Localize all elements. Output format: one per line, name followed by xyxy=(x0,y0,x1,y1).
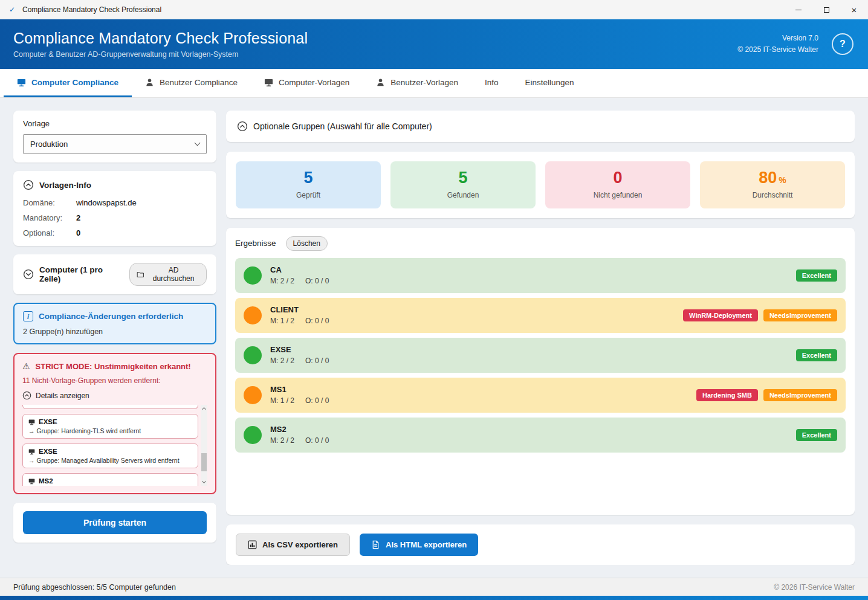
changes-text: 2 Gruppe(n) hinzufügen xyxy=(23,327,207,336)
info-row-label: Domäne: xyxy=(23,198,76,207)
stat-durchschnitt: 80% Durchschnitt xyxy=(700,161,845,208)
tab-einstellungen[interactable]: Einstellungen xyxy=(512,69,588,97)
strict-mode-title: STRICT MODE: Unstimmigkeiten erkannt! xyxy=(36,362,191,371)
export-csv-button[interactable]: Als CSV exportieren xyxy=(236,534,350,556)
tab-benutzer-compliance[interactable]: Benutzer Compliance xyxy=(132,69,251,97)
result-row-ms1: MS1 M: 1 / 2O: 0 / 0 Hardening SMB Needs… xyxy=(235,378,846,413)
strict-item-computer: EXSE xyxy=(39,418,57,425)
stat-label: Nicht gefunden xyxy=(551,191,684,199)
partially-scrolled-item xyxy=(22,405,198,409)
strict-item-computer: EXSE xyxy=(39,448,57,455)
tab-computer-compliance[interactable]: Computer Compliance xyxy=(4,69,132,97)
result-rows: CA M: 2 / 2O: 0 / 0 Excellent CLIENT M: … xyxy=(235,258,846,453)
result-row-client: CLIENT M: 1 / 2O: 0 / 0 WinRM-Deployment… xyxy=(235,298,846,333)
start-check-button[interactable]: Prüfung starten xyxy=(23,511,207,534)
status-badge: Excellent xyxy=(796,349,837,361)
app-icon: ✓ xyxy=(7,5,17,15)
optional-groups-toggle[interactable]: Optionale Gruppen (Auswahl für alle Comp… xyxy=(237,121,844,132)
result-mandatory: M: 2 / 2 xyxy=(270,356,294,365)
status-badge: Excellent xyxy=(796,269,837,282)
content-area: Vorlage Produktion Vorlagen-Info Domäne:… xyxy=(0,98,868,578)
statusbar: Prüfung abgeschlossen: 5/5 Computer gefu… xyxy=(0,578,868,596)
clear-results-button[interactable]: Löschen xyxy=(286,236,328,251)
version-block: Version 7.0 © 2025 IT-Service Walter xyxy=(737,33,818,55)
vorlagen-info-toggle[interactable]: Vorlagen-Info xyxy=(23,179,207,190)
optional-groups-title: Optionale Gruppen (Auswahl für alle Comp… xyxy=(253,121,432,131)
warning-icon: ⚠ xyxy=(22,361,30,371)
maximize-button[interactable] xyxy=(812,0,840,19)
tab-info[interactable]: Info xyxy=(471,69,512,97)
ad-browse-button[interactable]: AD durchsuchen xyxy=(129,263,207,286)
export-html-button[interactable]: Als HTML exportieren xyxy=(360,534,478,556)
info-row-value: windowspapst.de xyxy=(76,198,207,207)
scrollbar-track[interactable] xyxy=(201,412,207,479)
computer-icon xyxy=(264,78,273,87)
result-name: EXSE xyxy=(270,345,329,354)
result-optional: O: 0 / 0 xyxy=(305,356,329,365)
scrollbar[interactable] xyxy=(201,405,207,486)
status-dot-orange xyxy=(244,386,262,404)
result-optional: O: 0 / 0 xyxy=(305,317,329,325)
stat-suffix: % xyxy=(779,175,786,185)
user-icon xyxy=(376,78,385,87)
stat-geprueft: 5 Geprüft xyxy=(236,161,381,208)
result-row-ms2: MS2 M: 2 / 2O: 0 / 0 Excellent xyxy=(235,418,846,453)
optional-groups-card: Optionale Gruppen (Auswahl für alle Comp… xyxy=(226,111,855,142)
vorlage-select[interactable]: Produktion xyxy=(23,134,207,154)
minimize-button[interactable] xyxy=(785,0,812,19)
status-badge: NeedsImprovement xyxy=(763,309,837,321)
app-subtitle: Computer & Benutzer AD-Gruppenverwaltung… xyxy=(13,50,308,59)
scroll-up-arrow[interactable] xyxy=(201,405,207,412)
details-toggle[interactable]: Details anzeigen xyxy=(22,391,207,400)
computer-icon xyxy=(17,78,26,87)
result-optional: O: 0 / 0 xyxy=(305,396,329,405)
details-toggle-label: Details anzeigen xyxy=(36,392,89,400)
close-button[interactable]: × xyxy=(840,0,868,19)
stats-card: 5 Geprüft 5 Gefunden 0 Nicht gefunden 80… xyxy=(226,152,855,218)
info-row-label: Optional: xyxy=(23,228,76,237)
tab-benutzer-vorlagen[interactable]: Benutzer-Vorlagen xyxy=(363,69,471,97)
vorlagen-info-grid: Domäne: windowspapst.de Mandatory: 2 Opt… xyxy=(23,198,207,237)
results-card: Ergebnisse Löschen CA M: 2 / 2O: 0 / 0 E… xyxy=(226,228,855,515)
tab-computer-vorlagen[interactable]: Computer-Vorlagen xyxy=(251,69,363,97)
ad-browse-label: AD durchsuchen xyxy=(147,266,199,283)
result-mandatory: M: 2 / 2 xyxy=(270,436,294,445)
header-copyright: © 2025 IT-Service Walter xyxy=(737,44,818,56)
header-meta-area: Version 7.0 © 2025 IT-Service Walter ? xyxy=(737,33,853,55)
maximize-icon xyxy=(824,7,829,13)
status-badge: WinRM-Deployment xyxy=(683,309,758,321)
tabbar: Computer Compliance Benutzer Compliance … xyxy=(0,69,868,98)
strict-list[interactable]: EXSE → Gruppe: Hardening-TLS wird entfer… xyxy=(22,405,198,486)
stat-gefunden: 5 Gefunden xyxy=(390,161,536,208)
result-name: CLIENT xyxy=(270,305,329,314)
tab-label: Benutzer-Vorlagen xyxy=(390,78,458,87)
result-row-ca: CA M: 2 / 2O: 0 / 0 Excellent xyxy=(235,258,846,293)
scroll-down-arrow[interactable] xyxy=(201,479,207,486)
export-csv-label: Als CSV exportieren xyxy=(262,540,338,549)
computer-icon xyxy=(28,419,35,425)
info-row-label: Mandatory: xyxy=(23,213,76,222)
result-optional: O: 0 / 0 xyxy=(305,277,329,285)
sidebar: Vorlage Produktion Vorlagen-Info Domäne:… xyxy=(13,111,216,565)
stat-value: 5 xyxy=(397,169,530,187)
chevron-down-icon[interactable] xyxy=(23,269,34,280)
status-dot-green xyxy=(244,346,262,364)
start-button-card: Prüfung starten xyxy=(13,503,216,543)
strict-list-item: EXSE → Gruppe: Managed Availability Serv… xyxy=(22,444,198,468)
app-window: ✓ Compliance Mandatory Check Professiona… xyxy=(0,0,868,600)
vorlage-selected-value: Produktion xyxy=(30,140,68,149)
help-button[interactable]: ? xyxy=(832,33,853,55)
info-row-value: 0 xyxy=(76,228,207,237)
strict-list-wrap: EXSE → Gruppe: Hardening-TLS wird entfer… xyxy=(22,405,207,486)
status-badge: NeedsImprovement xyxy=(763,389,837,401)
compliance-changes-box: i Compliance-Änderungen erforderlich 2 G… xyxy=(13,303,216,344)
result-optional: O: 0 / 0 xyxy=(305,436,329,445)
info-icon: i xyxy=(23,311,33,321)
strict-item-text: → Gruppe: Hardening-TLS wird entfernt xyxy=(28,427,192,434)
app-header: Compliance Mandatory Check Professional … xyxy=(0,19,868,69)
status-dot-green xyxy=(244,266,262,285)
status-dot-green xyxy=(244,426,262,444)
bottom-accent-strip xyxy=(0,596,868,600)
tab-label: Info xyxy=(485,78,499,87)
scrollbar-thumb[interactable] xyxy=(201,453,207,471)
